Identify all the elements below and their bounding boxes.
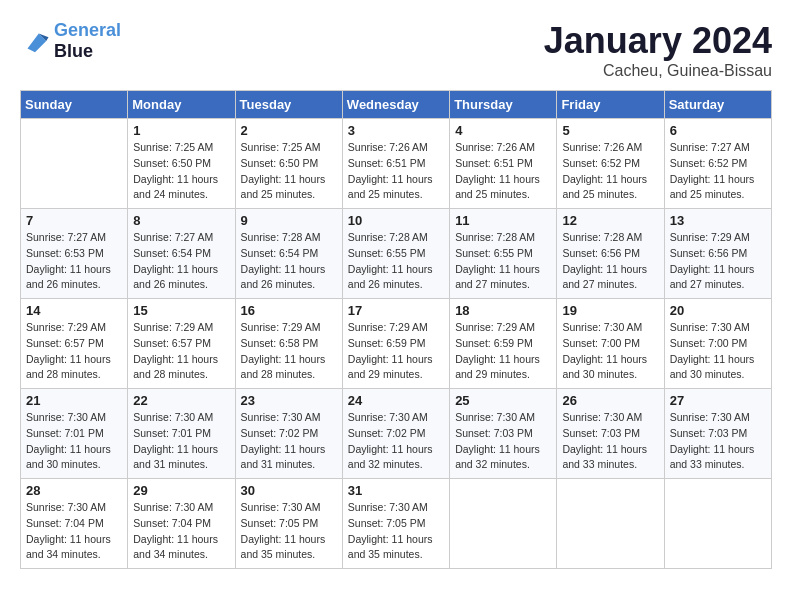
day-cell: 24Sunrise: 7:30 AMSunset: 7:02 PMDayligh…: [342, 389, 449, 479]
day-cell: 13Sunrise: 7:29 AMSunset: 6:56 PMDayligh…: [664, 209, 771, 299]
day-cell: 22Sunrise: 7:30 AMSunset: 7:01 PMDayligh…: [128, 389, 235, 479]
day-number: 22: [133, 393, 229, 408]
day-cell: 25Sunrise: 7:30 AMSunset: 7:03 PMDayligh…: [450, 389, 557, 479]
title-block: January 2024 Cacheu, Guinea-Bissau: [544, 20, 772, 80]
day-cell: 7Sunrise: 7:27 AMSunset: 6:53 PMDaylight…: [21, 209, 128, 299]
col-header-wednesday: Wednesday: [342, 91, 449, 119]
day-cell: 2Sunrise: 7:25 AMSunset: 6:50 PMDaylight…: [235, 119, 342, 209]
day-cell: [664, 479, 771, 569]
col-header-friday: Friday: [557, 91, 664, 119]
day-number: 31: [348, 483, 444, 498]
day-cell: [450, 479, 557, 569]
day-number: 6: [670, 123, 766, 138]
day-info: Sunrise: 7:27 AMSunset: 6:54 PMDaylight:…: [133, 230, 229, 293]
day-cell: 5Sunrise: 7:26 AMSunset: 6:52 PMDaylight…: [557, 119, 664, 209]
day-info: Sunrise: 7:30 AMSunset: 7:00 PMDaylight:…: [562, 320, 658, 383]
day-info: Sunrise: 7:28 AMSunset: 6:55 PMDaylight:…: [455, 230, 551, 293]
day-cell: 20Sunrise: 7:30 AMSunset: 7:00 PMDayligh…: [664, 299, 771, 389]
day-cell: 15Sunrise: 7:29 AMSunset: 6:57 PMDayligh…: [128, 299, 235, 389]
day-number: 5: [562, 123, 658, 138]
day-number: 16: [241, 303, 337, 318]
day-info: Sunrise: 7:30 AMSunset: 7:03 PMDaylight:…: [455, 410, 551, 473]
day-info: Sunrise: 7:28 AMSunset: 6:56 PMDaylight:…: [562, 230, 658, 293]
day-cell: 21Sunrise: 7:30 AMSunset: 7:01 PMDayligh…: [21, 389, 128, 479]
day-number: 11: [455, 213, 551, 228]
day-info: Sunrise: 7:29 AMSunset: 6:59 PMDaylight:…: [348, 320, 444, 383]
week-row-3: 14Sunrise: 7:29 AMSunset: 6:57 PMDayligh…: [21, 299, 772, 389]
day-cell: 10Sunrise: 7:28 AMSunset: 6:55 PMDayligh…: [342, 209, 449, 299]
logo-text: General Blue: [54, 20, 121, 62]
day-number: 3: [348, 123, 444, 138]
day-number: 1: [133, 123, 229, 138]
day-number: 18: [455, 303, 551, 318]
day-info: Sunrise: 7:30 AMSunset: 7:01 PMDaylight:…: [26, 410, 122, 473]
day-info: Sunrise: 7:27 AMSunset: 6:53 PMDaylight:…: [26, 230, 122, 293]
logo-icon: [20, 26, 50, 56]
day-number: 20: [670, 303, 766, 318]
day-cell: 12Sunrise: 7:28 AMSunset: 6:56 PMDayligh…: [557, 209, 664, 299]
calendar-table: SundayMondayTuesdayWednesdayThursdayFrid…: [20, 90, 772, 569]
day-number: 4: [455, 123, 551, 138]
day-info: Sunrise: 7:30 AMSunset: 7:05 PMDaylight:…: [241, 500, 337, 563]
month-title: January 2024: [544, 20, 772, 62]
day-info: Sunrise: 7:25 AMSunset: 6:50 PMDaylight:…: [241, 140, 337, 203]
day-info: Sunrise: 7:29 AMSunset: 6:57 PMDaylight:…: [133, 320, 229, 383]
day-cell: 16Sunrise: 7:29 AMSunset: 6:58 PMDayligh…: [235, 299, 342, 389]
day-number: 13: [670, 213, 766, 228]
day-cell: 29Sunrise: 7:30 AMSunset: 7:04 PMDayligh…: [128, 479, 235, 569]
day-number: 8: [133, 213, 229, 228]
day-cell: 19Sunrise: 7:30 AMSunset: 7:00 PMDayligh…: [557, 299, 664, 389]
day-number: 17: [348, 303, 444, 318]
day-cell: 31Sunrise: 7:30 AMSunset: 7:05 PMDayligh…: [342, 479, 449, 569]
col-header-sunday: Sunday: [21, 91, 128, 119]
logo: General Blue: [20, 20, 121, 62]
day-cell: 1Sunrise: 7:25 AMSunset: 6:50 PMDaylight…: [128, 119, 235, 209]
day-cell: [557, 479, 664, 569]
page-header: General Blue January 2024 Cacheu, Guinea…: [20, 20, 772, 80]
day-info: Sunrise: 7:30 AMSunset: 7:02 PMDaylight:…: [241, 410, 337, 473]
day-cell: [21, 119, 128, 209]
day-cell: 18Sunrise: 7:29 AMSunset: 6:59 PMDayligh…: [450, 299, 557, 389]
day-cell: 26Sunrise: 7:30 AMSunset: 7:03 PMDayligh…: [557, 389, 664, 479]
day-cell: 30Sunrise: 7:30 AMSunset: 7:05 PMDayligh…: [235, 479, 342, 569]
day-number: 19: [562, 303, 658, 318]
day-info: Sunrise: 7:25 AMSunset: 6:50 PMDaylight:…: [133, 140, 229, 203]
day-info: Sunrise: 7:30 AMSunset: 7:04 PMDaylight:…: [26, 500, 122, 563]
week-row-1: 1Sunrise: 7:25 AMSunset: 6:50 PMDaylight…: [21, 119, 772, 209]
day-cell: 27Sunrise: 7:30 AMSunset: 7:03 PMDayligh…: [664, 389, 771, 479]
day-cell: 17Sunrise: 7:29 AMSunset: 6:59 PMDayligh…: [342, 299, 449, 389]
day-info: Sunrise: 7:26 AMSunset: 6:51 PMDaylight:…: [455, 140, 551, 203]
day-info: Sunrise: 7:26 AMSunset: 6:52 PMDaylight:…: [562, 140, 658, 203]
day-number: 15: [133, 303, 229, 318]
day-info: Sunrise: 7:29 AMSunset: 6:58 PMDaylight:…: [241, 320, 337, 383]
day-number: 2: [241, 123, 337, 138]
day-info: Sunrise: 7:28 AMSunset: 6:55 PMDaylight:…: [348, 230, 444, 293]
week-row-4: 21Sunrise: 7:30 AMSunset: 7:01 PMDayligh…: [21, 389, 772, 479]
header-row: SundayMondayTuesdayWednesdayThursdayFrid…: [21, 91, 772, 119]
day-number: 23: [241, 393, 337, 408]
day-number: 26: [562, 393, 658, 408]
day-cell: 28Sunrise: 7:30 AMSunset: 7:04 PMDayligh…: [21, 479, 128, 569]
day-number: 29: [133, 483, 229, 498]
week-row-5: 28Sunrise: 7:30 AMSunset: 7:04 PMDayligh…: [21, 479, 772, 569]
day-number: 21: [26, 393, 122, 408]
col-header-monday: Monday: [128, 91, 235, 119]
location: Cacheu, Guinea-Bissau: [544, 62, 772, 80]
day-number: 27: [670, 393, 766, 408]
day-cell: 9Sunrise: 7:28 AMSunset: 6:54 PMDaylight…: [235, 209, 342, 299]
day-cell: 3Sunrise: 7:26 AMSunset: 6:51 PMDaylight…: [342, 119, 449, 209]
col-header-tuesday: Tuesday: [235, 91, 342, 119]
day-info: Sunrise: 7:30 AMSunset: 7:04 PMDaylight:…: [133, 500, 229, 563]
day-info: Sunrise: 7:30 AMSunset: 7:03 PMDaylight:…: [670, 410, 766, 473]
col-header-saturday: Saturday: [664, 91, 771, 119]
col-header-thursday: Thursday: [450, 91, 557, 119]
day-number: 25: [455, 393, 551, 408]
day-info: Sunrise: 7:30 AMSunset: 7:00 PMDaylight:…: [670, 320, 766, 383]
day-info: Sunrise: 7:29 AMSunset: 6:59 PMDaylight:…: [455, 320, 551, 383]
day-number: 28: [26, 483, 122, 498]
day-cell: 6Sunrise: 7:27 AMSunset: 6:52 PMDaylight…: [664, 119, 771, 209]
day-info: Sunrise: 7:28 AMSunset: 6:54 PMDaylight:…: [241, 230, 337, 293]
day-number: 10: [348, 213, 444, 228]
day-number: 30: [241, 483, 337, 498]
day-cell: 14Sunrise: 7:29 AMSunset: 6:57 PMDayligh…: [21, 299, 128, 389]
